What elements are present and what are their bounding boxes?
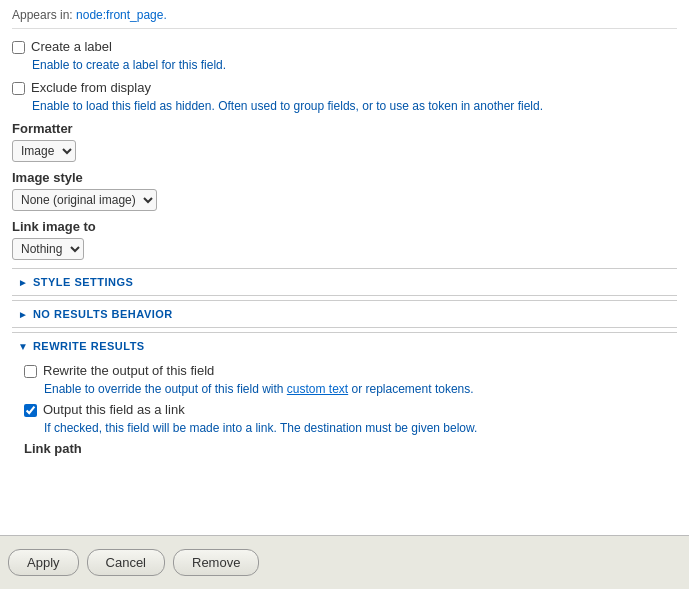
- rewrite-output-description: Enable to override the output of this fi…: [44, 382, 665, 396]
- create-label-description: Enable to create a label for this field.: [32, 58, 677, 72]
- remove-button[interactable]: Remove: [173, 549, 259, 576]
- custom-text-link[interactable]: custom text: [287, 382, 348, 396]
- style-settings-accordion: ► STYLE SETTINGS: [12, 268, 677, 296]
- output-as-link-checkbox[interactable]: [24, 404, 37, 417]
- appears-in-link[interactable]: node:front_page.: [76, 8, 167, 22]
- no-results-accordion: ► NO RESULTS BEHAVIOR: [12, 300, 677, 328]
- output-as-link-label: Output this field as a link: [43, 402, 185, 417]
- link-image-to-select[interactable]: Nothing: [12, 238, 84, 260]
- formatter-row: Formatter Image: [12, 121, 677, 162]
- create-label-row: Create a label Enable to create a label …: [12, 39, 677, 72]
- exclude-display-checkbox[interactable]: [12, 82, 25, 95]
- create-label-text: Create a label: [31, 39, 112, 54]
- formatter-label: Formatter: [12, 121, 677, 136]
- exclude-display-checkbox-row: Exclude from display: [12, 80, 677, 95]
- formatter-select[interactable]: Image: [12, 140, 76, 162]
- rewrite-results-header[interactable]: ▼ REWRITE RESULTS: [12, 333, 677, 359]
- content-area: Appears in: node:front_page. Create a la…: [0, 0, 689, 535]
- style-settings-header[interactable]: ► STYLE SETTINGS: [12, 269, 677, 295]
- rewrite-output-checkbox[interactable]: [24, 365, 37, 378]
- image-style-select[interactable]: None (original image): [12, 189, 157, 211]
- create-label-checkbox-row: Create a label: [12, 39, 677, 54]
- rewrite-output-checkbox-row: Rewrite the output of this field: [24, 363, 665, 378]
- main-container: Appears in: node:front_page. Create a la…: [0, 0, 689, 589]
- rewrite-results-section: ▼ REWRITE RESULTS Rewrite the output of …: [12, 332, 677, 464]
- bottom-bar: Apply Cancel Remove: [0, 535, 689, 589]
- rewrite-output-row: Rewrite the output of this field Enable …: [24, 363, 665, 396]
- link-image-to-label: Link image to: [12, 219, 677, 234]
- exclude-display-description: Enable to load this field as hidden. Oft…: [32, 99, 677, 113]
- create-label-checkbox[interactable]: [12, 41, 25, 54]
- output-as-link-description: If checked, this field will be made into…: [44, 421, 665, 435]
- image-style-row: Image style None (original image): [12, 170, 677, 211]
- no-results-title: NO RESULTS BEHAVIOR: [33, 308, 173, 320]
- appears-in: Appears in: node:front_page.: [12, 8, 677, 29]
- image-style-label: Image style: [12, 170, 677, 185]
- style-settings-arrow-icon: ►: [18, 277, 28, 288]
- rewrite-results-content: Rewrite the output of this field Enable …: [12, 359, 677, 464]
- rewrite-results-arrow-icon: ▼: [18, 341, 28, 352]
- rewrite-output-label: Rewrite the output of this field: [43, 363, 214, 378]
- output-as-link-row: Output this field as a link If checked, …: [24, 402, 665, 435]
- no-results-arrow-icon: ►: [18, 309, 28, 320]
- link-path-label: Link path: [24, 441, 665, 456]
- no-results-header[interactable]: ► NO RESULTS BEHAVIOR: [12, 301, 677, 327]
- rewrite-results-title: REWRITE RESULTS: [33, 340, 145, 352]
- exclude-display-text: Exclude from display: [31, 80, 151, 95]
- exclude-display-row: Exclude from display Enable to load this…: [12, 80, 677, 113]
- cancel-button[interactable]: Cancel: [87, 549, 165, 576]
- appears-in-label: Appears in:: [12, 8, 73, 22]
- output-as-link-checkbox-row: Output this field as a link: [24, 402, 665, 417]
- link-image-to-row: Link image to Nothing: [12, 219, 677, 260]
- style-settings-title: STYLE SETTINGS: [33, 276, 134, 288]
- apply-button[interactable]: Apply: [8, 549, 79, 576]
